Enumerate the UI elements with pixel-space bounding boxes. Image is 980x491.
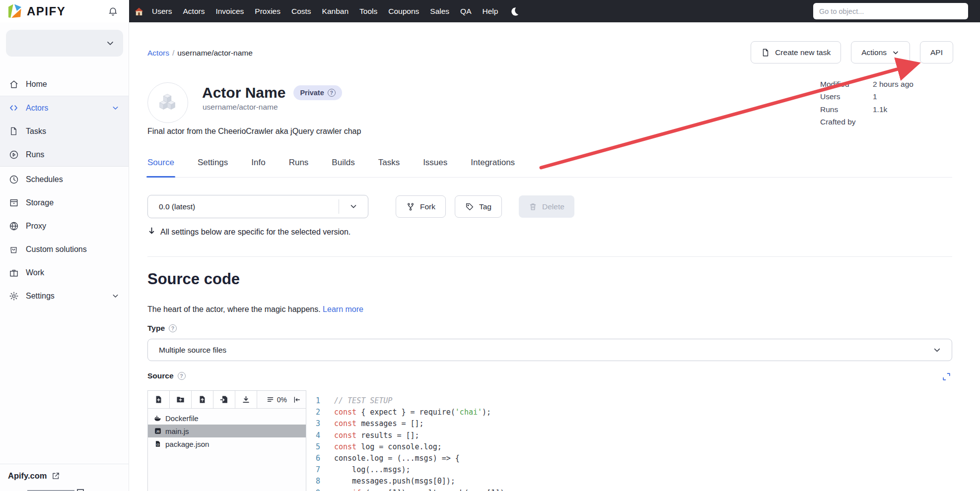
file-tree-pane: 0% Dockerfile JS [147,390,306,491]
file-row-main-js[interactable]: JS main.js [148,425,306,437]
trash-icon [529,202,537,211]
upload-file-button[interactable] [192,391,213,408]
zoom-level-control[interactable]: 0% [262,391,292,408]
file-tree: Dockerfile JS main.js {} package.json [148,409,306,450]
new-folder-button[interactable] [170,391,192,408]
actor-description: Final actor from the CheerioCrawler aka … [147,127,361,136]
version-select[interactable]: 0.0 (latest) [147,195,368,218]
sidebar-item-actors[interactable]: Actors [0,96,129,120]
actions-label: Actions [861,48,887,57]
help-question-icon[interactable]: ? [169,324,177,332]
breadcrumb-separator: / [172,49,174,57]
topnav-item-proxies[interactable]: Proxies [255,7,280,16]
type-label-text: Type [147,324,165,333]
download-button[interactable] [235,391,257,408]
sidebar-item-proxy[interactable]: Proxy [0,214,129,238]
delete-button[interactable]: Delete [519,195,574,218]
cubes-icon [156,91,179,114]
tab-settings[interactable]: Settings [198,158,228,177]
help-question-icon[interactable]: ? [328,89,336,97]
private-badge: Private ? [293,85,342,100]
delete-label: Delete [542,202,564,211]
top-bar: APIFY Users Actors Invoices Proxies Cost… [0,0,980,22]
topnav-item-help[interactable]: Help [482,7,498,16]
sidebar-footer: Apify.com [0,464,129,491]
source-type-select[interactable]: Multiple source files [147,339,952,361]
create-new-task-label: Create new task [775,48,831,57]
meta-value: 2 hours ago [873,80,913,89]
new-file-button[interactable] [148,391,170,408]
go-to-object-search-input[interactable] [813,3,968,19]
globe-icon [8,221,19,231]
sidebar-actors-group: Actors Tasks Runs [0,96,129,167]
sidebar-item-tasks[interactable]: Tasks [0,120,129,143]
zoom-level-value: 0% [277,396,287,404]
fullscreen-expand-icon[interactable] [942,372,951,383]
file-row-dockerfile[interactable]: Dockerfile [148,412,306,425]
sidebar-item-custom-solutions[interactable]: Custom solutions [0,238,129,261]
sidebar-item-label: Storage [26,198,54,207]
tab-runs[interactable]: Runs [289,158,309,177]
fork-button[interactable]: Fork [396,195,446,218]
notifications-bell-icon[interactable] [107,5,119,19]
topnav-item-coupons[interactable]: Coupons [388,7,419,16]
topnav-item-actors[interactable]: Actors [183,7,205,16]
file-name: Dockerfile [165,414,199,423]
source-code-heading: Source code [147,270,240,288]
topnav-item-qa[interactable]: QA [460,7,471,16]
tab-issues[interactable]: Issues [423,158,447,177]
meta-label: Modified [820,80,873,89]
topnav-item-sales[interactable]: Sales [430,7,449,16]
docker-icon [154,415,161,422]
learn-more-link[interactable]: Learn more [323,305,363,313]
account-selector[interactable] [6,30,123,57]
actions-dropdown-button[interactable]: Actions [851,41,910,63]
breadcrumb-actors-link[interactable]: Actors [147,49,169,57]
page-title: Actor Name [202,84,285,101]
fork-icon [406,202,415,211]
sidebar-item-label: Actors [26,104,48,113]
tab-tasks[interactable]: Tasks [378,158,400,177]
topnav-item-users[interactable]: Users [152,7,172,16]
tab-builds[interactable]: Builds [332,158,354,177]
api-button[interactable]: API [920,41,953,63]
external-link-icon [52,472,60,480]
topnav-item-kanban[interactable]: Kanban [322,7,349,16]
topnav-item-invoices[interactable]: Invoices [215,7,244,16]
meta-row-runs: Runs 1.1k [820,103,913,116]
help-question-icon[interactable]: ? [178,372,186,380]
code-pane[interactable]: 1// TEST SETUP2const { expect } = requir… [307,390,952,491]
apify-com-link[interactable]: Apify.com [8,471,129,481]
sidebar-item-runs[interactable]: Runs [0,143,129,166]
code-brackets-icon [8,103,19,113]
sidebar-item-home[interactable]: Home [0,72,129,96]
sidebar-item-label: Proxy [26,222,46,231]
svg-text:JS: JS [156,430,159,433]
document-icon [8,126,19,136]
tab-source[interactable]: Source [147,158,174,177]
topnav-item-tools[interactable]: Tools [359,7,377,16]
move-file-button[interactable] [213,391,235,408]
sidebar-item-work[interactable]: Work [0,261,129,284]
collapse-panel-icon[interactable] [292,391,306,408]
chevron-down-icon [105,38,115,50]
admin-top-nav: Users Actors Invoices Proxies Costs Kanb… [129,0,980,22]
chevron-down-icon [349,202,358,213]
topnav-item-costs[interactable]: Costs [291,7,311,16]
file-row-package-json[interactable]: {} package.json [148,437,306,450]
sidebar-item-schedules[interactable]: Schedules [0,168,129,191]
sidebar-item-storage[interactable]: Storage [0,191,129,214]
tab-info[interactable]: Info [251,158,265,177]
create-new-task-button[interactable]: Create new task [751,41,841,63]
private-badge-label: Private [300,89,324,97]
tab-integrations[interactable]: Integrations [471,158,515,177]
clock-icon [8,174,19,184]
dark-mode-moon-icon[interactable] [510,6,519,16]
sidebar-item-settings[interactable]: Settings [0,284,129,307]
home-emoji-icon[interactable] [134,6,144,16]
source-label-text: Source [147,371,174,380]
shopping-bag-icon [8,244,19,254]
meta-label: Runs [820,105,873,114]
actor-meta: Modified 2 hours ago Users 1 Runs 1.1k C… [820,78,913,128]
tag-button[interactable]: Tag [455,195,502,218]
